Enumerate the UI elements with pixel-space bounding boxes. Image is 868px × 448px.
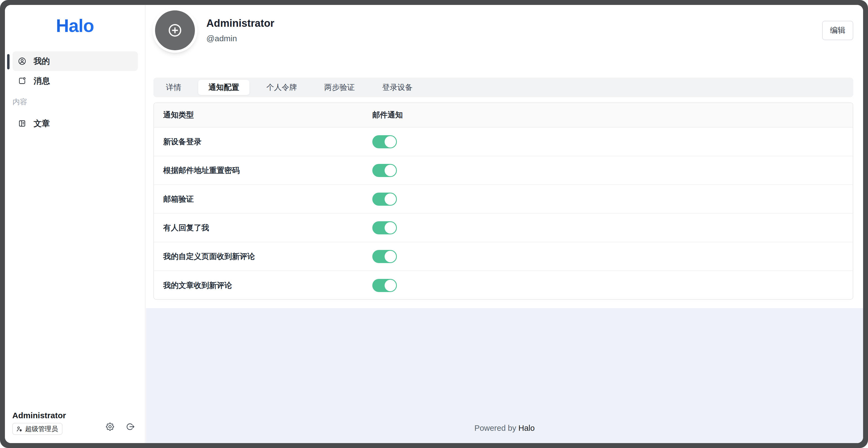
sidebar: Halo 我的 消息 内容 文章 (5, 5, 146, 443)
column-header-email: 邮件通知 (372, 110, 853, 120)
edit-button[interactable]: 编辑 (822, 21, 853, 40)
email-toggle[interactable] (372, 135, 397, 148)
role-badge-label: 超级管理员 (25, 424, 58, 433)
tab-details[interactable]: 详情 (156, 80, 192, 95)
email-toggle[interactable] (372, 279, 397, 292)
profile-header: Administrator @admin 编辑 (152, 8, 853, 53)
notification-type-label: 我的自定义页面收到新评论 (154, 251, 372, 262)
table-header: 通知类型 邮件通知 (154, 103, 853, 127)
sidebar-item-messages[interactable]: 消息 (12, 71, 138, 91)
sidebar-item-profile[interactable]: 我的 (12, 51, 138, 71)
current-user-name: Administrator (12, 411, 135, 420)
main-content: Powered by Halo Administrator @admin 编辑 … (146, 5, 863, 443)
sidebar-nav: 我的 消息 内容 文章 (12, 51, 138, 133)
powered-by-brand-link[interactable]: Halo (518, 424, 535, 432)
active-item-indicator (7, 54, 9, 69)
notification-type-label: 新设备登录 (154, 137, 372, 147)
toggle-knob (384, 251, 396, 262)
app-window: Halo 我的 消息 内容 文章 (5, 5, 863, 443)
email-toggle[interactable] (372, 192, 397, 206)
page-footer-area: Powered by Halo (146, 308, 863, 443)
user-handle: @admin (206, 34, 274, 43)
sidebar-item-label: 消息 (34, 76, 50, 87)
email-toggle[interactable] (372, 164, 397, 177)
tab-personal-tokens[interactable]: 个人令牌 (256, 80, 307, 95)
email-toggle[interactable] (372, 250, 397, 263)
toggle-knob (384, 280, 396, 291)
tab-notification-settings[interactable]: 通知配置 (198, 80, 249, 95)
gear-icon[interactable] (105, 422, 115, 431)
toggle-knob (384, 222, 396, 234)
toggle-knob (384, 165, 396, 176)
table-row: 我的自定义页面收到新评论 (154, 242, 853, 271)
tab-login-devices[interactable]: 登录设备 (372, 80, 423, 95)
article-icon (18, 119, 27, 128)
toggle-knob (384, 136, 396, 148)
notification-type-label: 根据邮件地址重置密码 (154, 165, 372, 176)
plus-circle-icon (167, 22, 183, 38)
notification-type-label: 邮箱验证 (154, 194, 372, 204)
powered-by-text: Powered by (474, 424, 516, 432)
profile-text: Administrator @admin (206, 18, 274, 43)
table-row: 根据邮件地址重置密码 (154, 156, 853, 185)
halo-logo[interactable]: Halo (5, 15, 145, 36)
table-row: 我的文章收到新评论 (154, 271, 853, 300)
user-circle-icon (18, 57, 27, 65)
notification-type-label: 我的文章收到新评论 (154, 280, 372, 291)
avatar[interactable] (155, 10, 195, 50)
table-row: 新设备登录 (154, 127, 853, 156)
powered-by: Powered by Halo (146, 424, 863, 433)
message-notification-icon (18, 77, 27, 85)
toggle-knob (384, 193, 396, 205)
sidebar-actions (105, 422, 135, 431)
notification-table: 通知类型 邮件通知 新设备登录 根据邮件地址重置密码 邮箱验证 有人回复了我 我… (153, 102, 853, 300)
tab-bar: 详情 通知配置 个人令牌 两步验证 登录设备 (153, 78, 853, 97)
sidebar-footer: Administrator 超级管理员 (12, 411, 135, 435)
sidebar-section-content: 内容 (12, 97, 138, 107)
sidebar-item-label: 我的 (34, 56, 50, 67)
logout-icon[interactable] (125, 422, 135, 431)
tab-two-factor[interactable]: 两步验证 (314, 80, 365, 95)
desktop-background: Halo 我的 消息 内容 文章 (0, 0, 868, 448)
user-gear-icon (16, 426, 23, 432)
email-toggle[interactable] (372, 221, 397, 234)
column-header-type: 通知类型 (154, 110, 372, 120)
table-row: 邮箱验证 (154, 185, 853, 214)
sidebar-item-articles[interactable]: 文章 (12, 114, 138, 133)
page-title: Administrator (206, 18, 274, 29)
table-row: 有人回复了我 (154, 214, 853, 242)
role-badge: 超级管理员 (12, 423, 63, 435)
notification-type-label: 有人回复了我 (154, 222, 372, 233)
sidebar-item-label: 文章 (34, 118, 50, 129)
